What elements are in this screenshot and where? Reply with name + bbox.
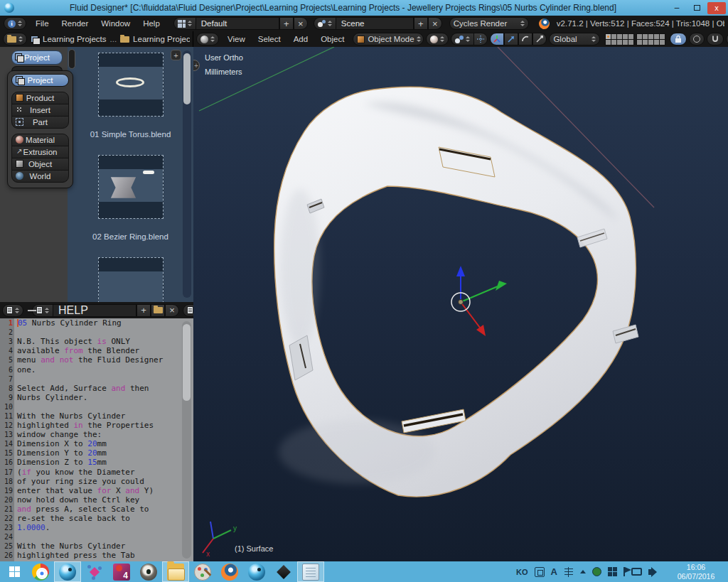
menu-view[interactable]: View: [221, 35, 252, 43]
manipulate-centers-toggle[interactable]: [473, 33, 488, 45]
notepad-icon[interactable]: [297, 561, 324, 582]
layer-cell[interactable]: [654, 34, 659, 39]
screen-layout-browse-button[interactable]: [173, 17, 196, 30]
scene-browse-button[interactable]: [314, 17, 336, 30]
breadcrumb-folder[interactable]: Learning Projects - Jewe: [133, 35, 190, 43]
thumbnail-partial[interactable]: [68, 257, 193, 302]
menu-render[interactable]: Render: [55, 19, 95, 28]
layer-cell[interactable]: [606, 40, 611, 45]
taskbar-clock[interactable]: 16:06 06/07/2016: [668, 563, 724, 581]
screen-layout-name[interactable]: Default: [196, 17, 279, 30]
add-scene-button[interactable]: +: [414, 17, 428, 30]
menu-add[interactable]: Add: [287, 35, 314, 43]
tray-windows-icon[interactable]: [608, 567, 617, 576]
layer-cell[interactable]: [628, 40, 633, 45]
update-shield-icon[interactable]: [592, 567, 601, 576]
layer-cell[interactable]: [623, 34, 628, 39]
panel-expand-button[interactable]: +: [171, 50, 181, 60]
network-icon[interactable]: [631, 568, 642, 576]
hidden-icons-caret[interactable]: [580, 570, 586, 573]
editor-type-clipped-button[interactable]: [183, 304, 193, 317]
menu-select[interactable]: Select: [252, 35, 287, 43]
ime-letter-indicator[interactable]: A: [551, 566, 557, 577]
file-explorer-icon[interactable]: [162, 561, 189, 582]
tools-scrollbar[interactable]: [68, 49, 75, 69]
snap-toggle[interactable]: [707, 33, 724, 45]
menu-file[interactable]: File: [29, 19, 55, 28]
layer-cell[interactable]: [606, 34, 611, 39]
pivot-point-select[interactable]: [451, 33, 473, 45]
sidebar-item-project[interactable]: Project: [11, 74, 69, 87]
lock-scene-toggle[interactable]: [670, 33, 687, 45]
scale-manipulator-button[interactable]: [532, 33, 547, 45]
scene-name[interactable]: Scene: [336, 17, 414, 30]
layer-cell[interactable]: [643, 34, 648, 39]
editor-type-text-button[interactable]: [2, 304, 23, 317]
layer-cell[interactable]: [660, 40, 665, 45]
menu-object[interactable]: Object: [314, 35, 350, 43]
orientation-select[interactable]: Global: [549, 33, 600, 45]
text-editor-scrollbar[interactable]: [182, 321, 191, 559]
breadcrumb-root[interactable]: Learning Projects: [43, 35, 107, 43]
text-name-field[interactable]: HELP: [53, 304, 136, 317]
ime-mode-icon[interactable]: [535, 567, 545, 577]
molecule-app-icon[interactable]: [81, 561, 108, 582]
thumbnails-scrollbar[interactable]: [183, 50, 191, 298]
translate-manipulator-button[interactable]: [504, 33, 518, 45]
minimize-button[interactable]: –: [668, 2, 686, 14]
editor-type-3dview-button[interactable]: [196, 33, 219, 45]
text-editor-body[interactable]: 105 Nurbs Cylinder Ring23N.B. This objec…: [0, 318, 193, 561]
editor-type-info-button[interactable]: i: [4, 17, 26, 30]
mode-select[interactable]: Object Mode: [353, 33, 424, 45]
new-text-button[interactable]: +: [136, 304, 151, 317]
sidebar-item-part[interactable]: Part: [11, 116, 69, 129]
render-engine-select[interactable]: Cycles Render: [449, 17, 529, 30]
layer-cell[interactable]: [628, 34, 633, 39]
3d-viewport[interactable]: User Ortho Millimeters (1) Surface y x +: [193, 47, 728, 561]
menu-help[interactable]: Help: [136, 19, 166, 28]
delete-layout-button[interactable]: ×: [294, 17, 308, 30]
layer-cell[interactable]: [617, 34, 622, 39]
gimp-icon[interactable]: [135, 561, 162, 582]
layer-cell[interactable]: [643, 40, 648, 45]
editor-type-filebrowser-button[interactable]: [3, 33, 27, 45]
fluid-designer-2-icon[interactable]: [243, 561, 270, 582]
manipulator-toggle-button[interactable]: [490, 33, 504, 45]
hanja-icon[interactable]: [564, 567, 574, 577]
action-center-flag-icon[interactable]: [623, 567, 625, 576]
rotate-manipulator-button[interactable]: [518, 33, 532, 45]
layer-cell[interactable]: [648, 34, 653, 39]
maximize-button[interactable]: [687, 2, 706, 14]
start-button[interactable]: [1, 561, 27, 582]
close-button[interactable]: x: [707, 2, 726, 14]
unlink-text-button[interactable]: ×: [165, 304, 179, 317]
sidebar-item-object[interactable]: Object: [11, 158, 69, 171]
transform-gizmo[interactable]: [451, 266, 507, 336]
paint-app-icon[interactable]: [189, 561, 216, 582]
layer-cell[interactable]: [637, 40, 642, 45]
layer-cell[interactable]: [660, 34, 665, 39]
layer-cell[interactable]: [617, 40, 622, 45]
thumbnail-02-bezier-ring-blend[interactable]: 02 Bezier Ring.blend: [68, 155, 193, 242]
chrome-icon[interactable]: [27, 561, 54, 582]
layers-grid-2[interactable]: [636, 33, 665, 45]
add-layout-button[interactable]: +: [279, 17, 294, 30]
inkscape-icon[interactable]: [270, 561, 297, 582]
media-app-icon[interactable]: [108, 561, 135, 582]
blender-icon[interactable]: [216, 561, 243, 582]
sidebar-item-extrusion[interactable]: Extrusion: [11, 146, 69, 158]
open-text-button[interactable]: [151, 304, 165, 317]
layer-cell[interactable]: [637, 34, 642, 39]
fluid-designer-icon[interactable]: [54, 561, 81, 582]
sidebar-item-product[interactable]: Product: [11, 92, 69, 104]
layer-cell[interactable]: [654, 40, 659, 45]
thumbnail-01-simple-torus-blend[interactable]: 01 Simple Torus.blend: [68, 53, 193, 139]
sidebar-item-insert[interactable]: Insert: [11, 104, 69, 117]
tray-language-indicator[interactable]: KO: [516, 568, 528, 576]
project-tab-button[interactable]: Project: [11, 50, 63, 65]
volume-icon[interactable]: [648, 569, 653, 575]
delete-scene-button[interactable]: ×: [428, 17, 442, 30]
menu-window[interactable]: Window: [95, 19, 136, 28]
layer-cell[interactable]: [611, 40, 616, 45]
layer-cell[interactable]: [611, 34, 616, 39]
